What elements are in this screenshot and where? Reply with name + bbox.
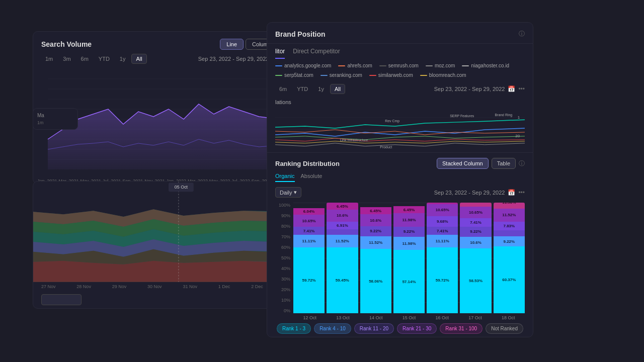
rank-legend: Rank 1 - 3Rank 4 - 10Rank 11 - 20Rank 21…: [275, 320, 525, 334]
sv-ytd[interactable]: YTD: [95, 54, 114, 63]
legend-seranking: seranking.com: [320, 72, 362, 78]
brand-position-title: Brand Position: [275, 30, 326, 38]
svg-text:20: 20: [515, 134, 520, 138]
line-view-btn[interactable]: Line: [220, 39, 244, 50]
brand-tab-competitor[interactable]: Direct Competitor: [293, 48, 340, 59]
bar-segment: 6.45%: [360, 207, 391, 214]
bar-segment: 7.41%: [427, 227, 458, 235]
brand-line-chart-area: 1 20 Rev Cmp SERP Features Brand Ring Li…: [267, 107, 533, 152]
brand-more-icon[interactable]: •••: [518, 85, 525, 93]
ranking-view-toggle: Stacked Column Table ⓘ: [437, 158, 525, 169]
rank-badge[interactable]: Rank 21 - 30: [397, 323, 437, 334]
bar-stack: 59.45%11.52%6.91%10.6%6.45%: [327, 203, 358, 313]
ranking-date-range: Sep 23, 2022 - Sep 29, 2022: [434, 190, 505, 196]
ranking-calendar-icon[interactable]: 📅: [508, 189, 515, 196]
bar-segment: 10.6%: [327, 210, 358, 221]
svg-marker-16: [33, 261, 304, 282]
bar-segment: 59.45%: [327, 247, 358, 313]
bars-wrapper: 59.72%11.11%7.41%10.65%6.04%59.45%11.52%…: [293, 203, 525, 313]
bar-segment: 11.98%: [393, 213, 425, 226]
svg-marker-9: [48, 104, 279, 169]
bar-chart-wrapper: 100% 90% 80% 70% 60% 50% 40% 30% 20% 10%…: [275, 203, 525, 320]
bar-segment: 6.91%: [327, 222, 358, 229]
chart-controls: Daily ▾ Sep 23, 2022 - Sep 29, 2022 📅 ••…: [275, 185, 525, 200]
sv-6m[interactable]: 6m: [77, 54, 93, 63]
brand-position-card: Brand Position ⓘ litor Direct Competitor…: [267, 22, 533, 337]
table-view-btn[interactable]: Table: [492, 158, 516, 169]
legend-dot-niaga: [462, 65, 469, 66]
bar-segment: 9.22%: [393, 227, 425, 237]
area-chart-svg: 60% 40% 20% 0% 05 Oct: [33, 182, 304, 282]
ranking-distribution-section: Ranking Distribution Stacked Column Tabl…: [267, 152, 533, 337]
bar-stack: 57.14%11.98%9.22%11.98%6.45%: [393, 203, 425, 313]
bar-segment: 11.98%: [460, 203, 491, 207]
bar-date-label: 13 Oct: [327, 315, 360, 320]
bar-stack: 60.37%9.22%7.83%11.52%11.98%: [494, 203, 525, 313]
mini-card-time: 1m: [37, 120, 73, 125]
area-chart-container: 60% 40% 20% 0% 05 Oct: [33, 182, 304, 282]
bar-column: 58.06%11.52%9.22%10.6%6.45%: [360, 203, 391, 313]
legend-dot-seranking: [320, 75, 328, 76]
legend-dot-ahrefs: [338, 65, 345, 66]
bar-stack: 58.06%11.52%9.22%10.6%6.45%: [360, 203, 391, 313]
brand-svg: 1 20 Rev Cmp SERP Features Brand Ring Li…: [275, 107, 525, 152]
sv-3m[interactable]: 3m: [59, 54, 74, 63]
bar-date-label: 12 Oct: [293, 315, 327, 320]
x-axis-dates: 12 Oct13 Oct14 Oct15 Oct16 Oct17 Oct18 O…: [293, 315, 525, 320]
bar-segment: 11.98%: [494, 203, 525, 209]
stacked-column-btn[interactable]: Stacked Column: [437, 158, 489, 169]
absolute-tab[interactable]: Absolute: [301, 173, 323, 182]
brand-tab-litor[interactable]: litor: [275, 48, 285, 59]
sv-all[interactable]: All: [131, 54, 146, 64]
brand-ytd[interactable]: YTD: [293, 84, 312, 94]
brand-6m[interactable]: 6m: [275, 84, 291, 94]
svg-text:SERP Features: SERP Features: [450, 114, 474, 118]
bar-stack: 59.72%11.11%7.41%10.65%6.04%: [293, 203, 325, 313]
daily-select[interactable]: Daily ▾: [275, 187, 301, 198]
area-card-footer: [33, 291, 304, 308]
ranking-header: Ranking Distribution Stacked Column Tabl…: [275, 158, 525, 169]
area-chart-card: 60% 40% 20% 0% 05 Oct 27 Nov 28 Nov 29 N…: [33, 181, 304, 309]
brand-info-icon[interactable]: ⓘ: [519, 30, 525, 38]
bar-segment: 59.72%: [427, 247, 458, 313]
legend-dot-serp5tat: [275, 75, 282, 76]
bar-segment: 58.53%: [460, 248, 491, 313]
brand-section-label: lations: [267, 97, 533, 107]
rank-badge[interactable]: Rank 31 - 100: [440, 323, 482, 334]
bar-stack: 58.53%10.6%9.22%7.41%10.65%11.98%: [460, 203, 491, 313]
ranking-more-icon[interactable]: •••: [518, 189, 525, 196]
bar-segment: 58.06%: [360, 249, 391, 313]
bar-column: 60.37%9.22%7.83%11.52%11.98%: [494, 203, 525, 313]
bar-segment: 11.11%: [293, 235, 325, 247]
brand-calendar-icon[interactable]: 📅: [508, 85, 515, 93]
bar-segment: 10.65%: [427, 204, 458, 216]
svg-text:1: 1: [518, 115, 520, 120]
organic-tab[interactable]: Organic: [275, 173, 295, 182]
bar-segment: 9.22%: [460, 227, 491, 237]
rank-badge[interactable]: Rank 11 - 20: [354, 323, 394, 334]
bar-column: 59.72%11.11%7.41%10.65%6.04%: [293, 203, 325, 313]
brand-legend: analytics.google.com ahrefs.com semrush.…: [267, 59, 533, 82]
bar-column: 57.14%11.98%9.22%11.98%6.45%: [393, 203, 425, 313]
area-range-selector[interactable]: [41, 294, 82, 305]
rank-badge[interactable]: Not Ranked: [486, 323, 523, 334]
sv-1y[interactable]: 1y: [116, 54, 130, 63]
bar-segment: 60.37%: [494, 246, 525, 313]
bar-segment: 11.11%: [427, 235, 458, 247]
brand-all[interactable]: All: [330, 84, 345, 94]
bar-segment: 6.45%: [393, 206, 425, 213]
bar-date-label: 15 Oct: [392, 315, 426, 320]
organic-tabs: Organic Absolute: [275, 173, 525, 182]
svg-text:Rev Cmp: Rev Cmp: [385, 119, 399, 123]
bar-segment: 6.04%: [293, 208, 325, 215]
sv-1m[interactable]: 1m: [41, 54, 57, 63]
bar-date-label: 17 Oct: [459, 315, 492, 320]
svg-text:05 Oct: 05 Oct: [175, 185, 188, 190]
rank-badge[interactable]: Rank 4 - 10: [314, 323, 351, 334]
bar-date-label: 14 Oct: [359, 315, 392, 320]
legend-bloomreach: bloomreach.com: [420, 72, 466, 78]
brand-1y[interactable]: 1y: [314, 84, 328, 94]
bar-segment: 7.41%: [293, 227, 325, 235]
ranking-info-icon[interactable]: ⓘ: [519, 159, 525, 168]
rank-badge[interactable]: Rank 1 - 3: [277, 323, 311, 334]
